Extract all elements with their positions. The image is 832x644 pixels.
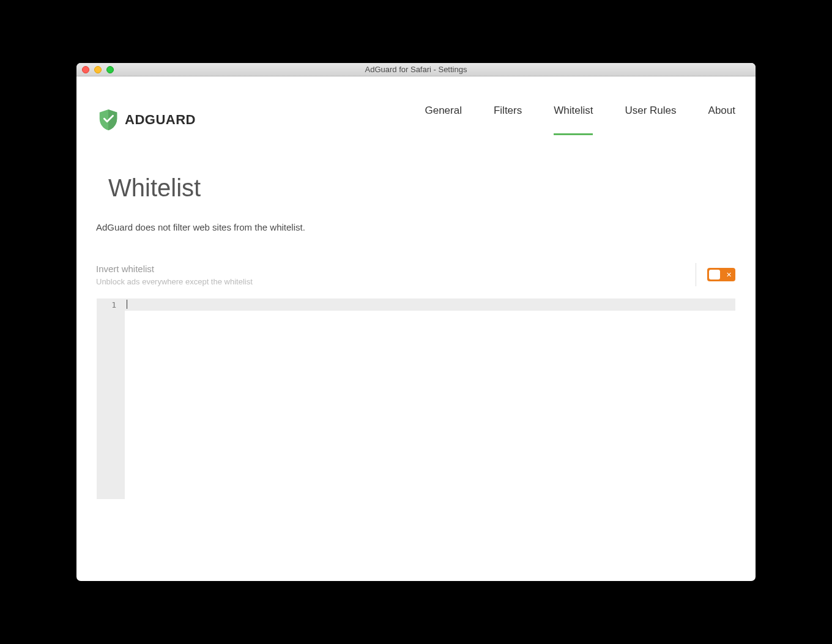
page-title: Whitelist <box>76 139 756 202</box>
tab-whitelist[interactable]: Whitelist <box>554 105 593 135</box>
setting-text: Invert whitelist Unblock ads everywhere … <box>96 264 253 286</box>
invert-whitelist-toggle[interactable]: ✕ <box>707 268 735 281</box>
whitelist-editor[interactable]: 1 <box>97 298 735 499</box>
shield-check-icon <box>97 108 120 131</box>
toggle-group: ✕ <box>696 263 735 286</box>
invert-whitelist-row: Invert whitelist Unblock ads everywhere … <box>76 232 756 286</box>
editor-active-line <box>125 298 735 311</box>
text-cursor <box>127 300 127 309</box>
editor-body[interactable] <box>125 298 735 499</box>
header: ADGUARD General Filters Whitelist User R… <box>76 76 756 139</box>
window-title: AdGuard for Safari - Settings <box>76 65 756 74</box>
tab-general[interactable]: General <box>425 105 461 135</box>
brand-name: ADGUARD <box>125 112 196 128</box>
page-description: AdGuard does not filter web sites from t… <box>76 202 756 232</box>
line-gutter: 1 <box>97 298 125 499</box>
x-icon: ✕ <box>726 272 732 278</box>
logo: ADGUARD <box>97 108 196 131</box>
tab-user-rules[interactable]: User Rules <box>625 105 676 135</box>
tab-about[interactable]: About <box>708 105 735 135</box>
titlebar: AdGuard for Safari - Settings <box>76 63 756 76</box>
divider <box>696 263 696 286</box>
content: ADGUARD General Filters Whitelist User R… <box>76 76 756 581</box>
tab-filters[interactable]: Filters <box>494 105 522 135</box>
line-number: 1 <box>97 300 125 311</box>
app-window: AdGuard for Safari - Settings ADGUARD Ge… <box>76 63 756 581</box>
nav: General Filters Whitelist User Rules Abo… <box>425 105 735 135</box>
toggle-knob <box>709 270 720 279</box>
setting-sublabel: Unblock ads everywhere except the whitel… <box>96 277 253 286</box>
setting-label: Invert whitelist <box>96 264 253 274</box>
